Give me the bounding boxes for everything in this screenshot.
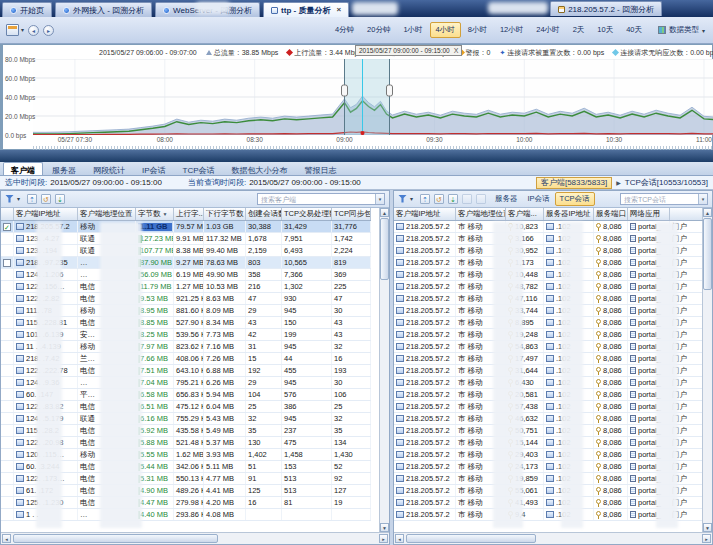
table-row[interactable]: 218.205.57.2市 移动57,438.1028,086portal_门户 <box>394 401 703 413</box>
scroll-up-icon[interactable]: ▲ <box>380 208 389 217</box>
time-button-4分钟[interactable]: 4分钟 <box>329 22 360 38</box>
panel-splitter-bar[interactable] <box>0 150 713 162</box>
table-row[interactable]: 218.205.57.2市 移动10,448.1028,086portal_门户 <box>394 269 703 281</box>
filter-icon[interactable] <box>5 195 14 204</box>
client-horizontal-scrollbar[interactable]: ◂ ▸ <box>1 532 389 544</box>
export-icon[interactable] <box>27 194 37 204</box>
table-row[interactable]: 218.205.57.2市 移动50,751.1028,086portal_门户 <box>394 425 703 437</box>
scroll-right-icon[interactable]: ▸ <box>379 534 388 543</box>
table-row[interactable]: 124. .5.179联通6.16 MB755.29 KB5.43 MB3294… <box>1 413 371 425</box>
tcp-horizontal-scrollbar[interactable]: ◂ ▸ <box>394 532 712 544</box>
table-row[interactable]: 124. .9.36…7.04 MB795.21 KB6.26 MB299453… <box>1 377 371 389</box>
column-header-5[interactable]: 下行字节数 <box>204 208 246 220</box>
table-row[interactable]: 115. .228.81电信8.85 MB527.90 KB8.34 MB431… <box>1 317 371 329</box>
table-row[interactable]: 218. .97.235…87.90 MB9.27 MB78.63 MB8031… <box>1 257 371 269</box>
time-button-20分钟[interactable]: 20分钟 <box>361 22 396 38</box>
client-vertical-scrollbar[interactable]: ▲ ▼ <box>379 208 389 532</box>
table-row[interactable]: 218.205.57.2市 移动17,497.1028,086portal_门户 <box>394 353 703 365</box>
view-tab-TCP会话[interactable]: TCP会话 <box>175 162 223 175</box>
window-tab-3[interactable]: ttp - 质量分析× <box>263 2 349 17</box>
export-icon[interactable] <box>420 194 430 204</box>
table-row[interactable]: 120. .115…移动5.55 MB1.62 MB3.93 MB1,4021,… <box>1 449 371 461</box>
view-tab-数据包大小分布[interactable]: 数据包大小分布 <box>224 162 296 175</box>
column-header-0[interactable]: 客户端IP地址 <box>394 208 456 220</box>
column-header-2[interactable]: 客户端地理位置 <box>78 208 136 220</box>
scrollbar-thumb[interactable] <box>13 534 218 543</box>
table-row[interactable]: 125. .1.230电信4.47 MB279.98 KB4.20 MB1681… <box>1 497 371 509</box>
table-row[interactable]: 61. .172电信4.90 MB489.26 KB4.41 MB1255131… <box>1 485 371 497</box>
back-button[interactable]: ◂ <box>28 25 39 36</box>
download-icon[interactable] <box>55 194 65 204</box>
scroll-down-icon[interactable]: ▼ <box>703 523 712 532</box>
table-row[interactable]: 218.205.57.2市 移动47,116.1028,086portal_门户 <box>394 293 703 305</box>
table-row[interactable]: 218.205.57.2市 移动1,173.1028,086portal_门户 <box>394 257 703 269</box>
calendar-icon[interactable] <box>6 24 19 36</box>
toggle-服务器[interactable]: 服务器 <box>490 192 523 206</box>
row-checkbox[interactable] <box>3 259 11 267</box>
table-row[interactable]: 218.205.57.2市 移动20,581.1028,086portal_门户 <box>394 389 703 401</box>
scroll-up-icon[interactable]: ▲ <box>703 208 712 217</box>
table-row[interactable]: 123. .4.27联通127.23 MB9.91 MB117.32 MB1,6… <box>1 233 371 245</box>
chevron-down-icon[interactable]: ▾ <box>698 194 707 204</box>
column-header-7[interactable]: TCP交易处理数量 <box>282 208 332 220</box>
time-button-8小时[interactable]: 8小时 <box>462 22 493 38</box>
table-row[interactable]: 122. .173…电信5.31 MB550.13 KB4.77 MB91513… <box>1 473 371 485</box>
traffic-chart-plot[interactable] <box>33 59 713 135</box>
column-header-5[interactable]: 网络应用 <box>628 208 670 220</box>
toggle-TCP会话[interactable]: TCP会话 <box>555 192 595 206</box>
table-row[interactable]: 218.205.57.2市 移动9,4.1028,086portal_门户 <box>394 509 703 521</box>
table-row[interactable]: 218.205.57.2市 移动19,248.1028,086portal_门户 <box>394 329 703 341</box>
column-header-3[interactable]: 服务器IP地址 <box>544 208 594 220</box>
table-row[interactable]: 122. .83.82电信6.51 MB475.12 KB6.04 MB2538… <box>1 401 371 413</box>
scroll-down-icon[interactable]: ▼ <box>380 523 389 532</box>
toggle-IP会话[interactable]: IP会话 <box>523 192 555 206</box>
table-row[interactable]: 60. .3.244电信5.44 MB342.06 KB5.11 MB51153… <box>1 461 371 473</box>
chevron-down-icon[interactable]: ▾ <box>375 194 384 204</box>
table-row[interactable]: 218.205.57.2市 移动8,895.1028,086portal_门户 <box>394 317 703 329</box>
column-header-2[interactable]: 客户端... <box>506 208 544 220</box>
refresh-icon[interactable] <box>434 194 444 204</box>
column-header-6[interactable]: 创建会话数 <box>246 208 282 220</box>
table-row[interactable]: 218.205.57.2市 移动19,859.1028,086portal_门户 <box>394 473 703 485</box>
window-tab-1[interactable]: 外网接入 - 回溯分析 <box>55 2 152 17</box>
view-tab-网段统计[interactable]: 网段统计 <box>85 162 133 175</box>
table-row[interactable]: 218.205.57.2市 移动46,632.1028,086portal_门户 <box>394 413 703 425</box>
breadcrumb-client[interactable]: 客户端[5833/5833] <box>536 177 612 189</box>
download-icon[interactable] <box>448 194 458 204</box>
time-button-4小时[interactable]: 4小时 <box>430 22 461 38</box>
time-button-1小时[interactable]: 1小时 <box>397 22 428 38</box>
column-header-6[interactable] <box>670 208 703 220</box>
time-button-2天[interactable]: 2天 <box>567 22 591 38</box>
table-row[interactable]: 101. .6.139安…8.25 MB539.56 KB7.73 MB4219… <box>1 329 371 341</box>
view-tab-客户端[interactable]: 客户端 <box>3 162 43 175</box>
time-button-10天[interactable]: 10天 <box>591 22 619 38</box>
tcp-vertical-scrollbar[interactable]: ▲ ▼ <box>702 208 712 532</box>
filter-icon[interactable] <box>398 195 407 204</box>
table-row[interactable]: 123. .194联通107.77 MB8.38 MB99.40 MB2,159… <box>1 245 371 257</box>
table-row[interactable]: 124. .1.206…56.09 MB6.19 MB49.90 MB3587,… <box>1 269 371 281</box>
column-header-3[interactable]: 字节数▼ <box>136 208 174 220</box>
scrollbar-thumb[interactable] <box>703 218 712 290</box>
tab-close-icon[interactable]: × <box>336 7 341 13</box>
datatype-dropdown[interactable]: 数据类型 ▾ <box>658 25 705 35</box>
table-row[interactable]: 122. .20.98电信5.88 MB521.48 KB5.37 MB1304… <box>1 437 371 449</box>
table-row[interactable]: 218.205.57.2市 移动3,166.1028,086portal_门户 <box>394 233 703 245</box>
table-row[interactable]: ✓218.205.57.2移动1.11 GB79.57 MB1.03 GB30,… <box>1 221 371 233</box>
table-row[interactable]: 11 . .4.139移动7.97 MB823.62 KB7.16 MB3194… <box>1 341 371 353</box>
view-tab-IP会话[interactable]: IP会话 <box>134 162 174 175</box>
table-row[interactable]: 218.205.57.2市 移动29,403.1028,086portal_门户 <box>394 449 703 461</box>
table-row[interactable]: 218. .7.42兰…7.66 MB408.06 KB7.26 MB15441… <box>1 353 371 365</box>
view-tab-警报日志[interactable]: 警报日志 <box>297 162 345 175</box>
scroll-left-icon[interactable]: ◂ <box>2 534 11 543</box>
table-row[interactable]: 111. .78移动8.95 MB881.60 KB8.09 MB2994530 <box>1 305 371 317</box>
time-button-40天[interactable]: 40天 <box>620 22 648 38</box>
client-search-input[interactable] <box>257 193 385 205</box>
breadcrumb-tcp[interactable]: TCP会话[10553/10553] <box>625 177 708 188</box>
scrollbar-thumb[interactable] <box>406 534 536 543</box>
table-row[interactable]: 115. .28.2电信5.92 MB435.58 KB5.49 MB35237… <box>1 425 371 437</box>
row-checkbox[interactable]: ✓ <box>3 223 11 231</box>
column-header-1[interactable]: 客户端地理位置 <box>456 208 506 220</box>
table-row[interactable]: 218.205.57.2市 移动54,863.1028,086portal_门户 <box>394 341 703 353</box>
window-tab-0[interactable]: 开始页 <box>2 2 52 17</box>
forward-button[interactable]: ▸ <box>43 25 54 36</box>
